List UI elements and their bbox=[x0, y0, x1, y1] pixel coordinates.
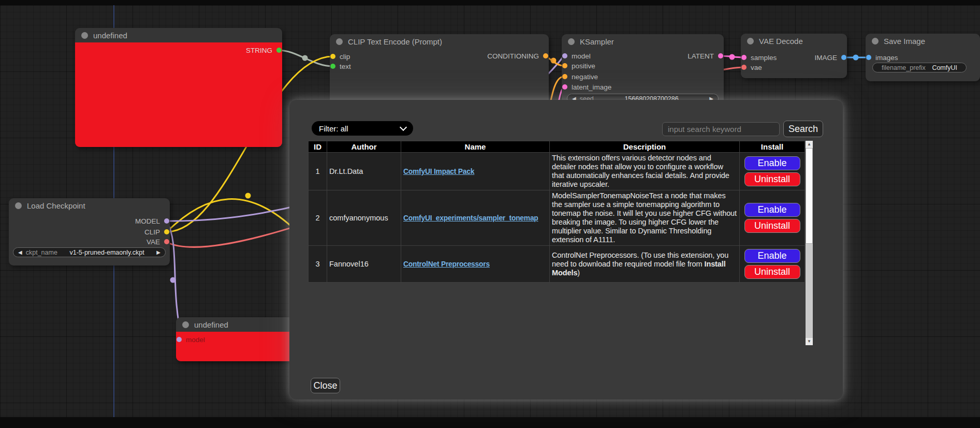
node-clip-text-encode[interactable]: CLIP Text Encode (Prompt) clip text COND… bbox=[330, 34, 549, 107]
output-label: IMAGE bbox=[814, 54, 837, 62]
output-dot-latent[interactable] bbox=[718, 53, 723, 58]
table-row: 2 comfyanonymous ComfyUI_experiments/sam… bbox=[309, 190, 805, 246]
input-dot-positive[interactable] bbox=[562, 63, 567, 68]
ext-author: Fannovel16 bbox=[327, 246, 401, 283]
filename-prefix-widget[interactable]: filename_prefix ComfyUI bbox=[872, 63, 967, 72]
input-dot-negative[interactable] bbox=[562, 74, 567, 79]
input-label: positive bbox=[572, 62, 595, 70]
col-header-install: Install bbox=[740, 141, 805, 153]
table-row: 3 Fannovel16 ControlNet Preprocessors Co… bbox=[309, 246, 805, 283]
decrement-arrow-icon[interactable]: ◀ bbox=[18, 250, 22, 255]
scrollbar[interactable]: ▲ ▼ bbox=[806, 141, 813, 345]
input-label: model bbox=[186, 336, 205, 344]
input-label: clip bbox=[340, 53, 350, 61]
ext-id: 1 bbox=[309, 153, 327, 190]
col-header-id: ID bbox=[309, 141, 327, 153]
node-undefined-bottom[interactable]: undefined model bbox=[176, 317, 295, 361]
output-label: VAE bbox=[147, 238, 160, 246]
enable-button[interactable]: Enable bbox=[744, 249, 800, 263]
node-collapse-dot[interactable] bbox=[568, 38, 575, 45]
input-label: text bbox=[340, 63, 351, 70]
table-row: 1 Dr.Lt.Data ComfyUI Impact Pack This ex… bbox=[309, 153, 805, 190]
node-title: undefined bbox=[93, 31, 127, 40]
node-title: undefined bbox=[194, 320, 228, 329]
output-dot-model[interactable] bbox=[164, 218, 169, 224]
input-dot-vae[interactable] bbox=[741, 65, 747, 70]
output-dot-image[interactable] bbox=[841, 55, 846, 60]
filter-select[interactable]: Filter: all bbox=[312, 121, 413, 136]
node-title: Save Image bbox=[884, 37, 925, 46]
input-dot-text[interactable] bbox=[330, 64, 335, 69]
widget-label: filename_prefix bbox=[882, 64, 926, 71]
node-title: CLIP Text Encode (Prompt) bbox=[348, 37, 442, 46]
node-vae-decode[interactable]: VAE Decode samples vae IMAGE bbox=[741, 34, 847, 78]
output-label: CLIP bbox=[144, 228, 160, 236]
output-label: STRING bbox=[246, 47, 272, 54]
extension-manager-dialog: Filter: all Search ID Author Name Descri… bbox=[289, 100, 843, 400]
output-dot-vae[interactable] bbox=[164, 239, 169, 244]
filter-selected-value: Filter: all bbox=[319, 124, 348, 133]
search-button[interactable]: Search bbox=[783, 121, 823, 137]
col-header-name: Name bbox=[401, 141, 550, 153]
node-title: Load Checkpoint bbox=[27, 201, 85, 210]
node-collapse-dot[interactable] bbox=[81, 32, 88, 39]
input-dot-latent-image[interactable] bbox=[562, 84, 567, 90]
widget-label: ckpt_name bbox=[26, 249, 57, 256]
uninstall-button[interactable]: Uninstall bbox=[744, 172, 800, 186]
widget-value: v1-5-pruned-emaonly.ckpt bbox=[69, 249, 144, 256]
search-input[interactable] bbox=[662, 122, 780, 136]
ext-name-link[interactable]: ComfyUI Impact Pack bbox=[403, 168, 474, 175]
input-dot-images[interactable] bbox=[866, 55, 871, 60]
col-header-author: Author bbox=[327, 141, 401, 153]
increment-arrow-icon[interactable]: ▶ bbox=[156, 250, 160, 255]
input-dot-clip[interactable] bbox=[330, 54, 335, 59]
uninstall-button[interactable]: Uninstall bbox=[744, 265, 800, 279]
node-collapse-dot[interactable] bbox=[872, 38, 879, 45]
node-title: KSampler bbox=[580, 37, 614, 46]
ext-description: This extension offers various detector n… bbox=[550, 153, 740, 190]
node-collapse-dot[interactable] bbox=[336, 38, 343, 45]
ext-id: 2 bbox=[309, 190, 327, 246]
node-load-checkpoint[interactable]: Load Checkpoint MODEL CLIP VAE ◀ ckpt_na… bbox=[9, 198, 170, 265]
widget-value: ComfyUI bbox=[932, 64, 957, 71]
input-label: samples bbox=[751, 54, 777, 62]
chevron-down-icon bbox=[400, 124, 407, 131]
ext-author: comfyanonymous bbox=[327, 190, 401, 246]
bottom-edge bbox=[0, 417, 980, 428]
enable-button[interactable]: Enable bbox=[744, 156, 800, 170]
enable-button[interactable]: Enable bbox=[744, 203, 800, 217]
ext-id: 3 bbox=[309, 246, 327, 283]
uninstall-button[interactable]: Uninstall bbox=[744, 219, 800, 233]
close-button[interactable]: Close bbox=[311, 378, 340, 393]
scrollbar-thumb[interactable] bbox=[806, 148, 813, 244]
input-label: negative bbox=[572, 73, 598, 81]
output-dot-conditioning[interactable] bbox=[543, 53, 548, 58]
output-label: LATENT bbox=[688, 52, 714, 60]
node-collapse-dot[interactable] bbox=[15, 202, 22, 209]
input-label: images bbox=[875, 54, 898, 62]
output-dot-clip[interactable] bbox=[164, 229, 169, 234]
ext-name-link[interactable]: ComfyUI_experiments/sampler_tonemap bbox=[403, 214, 538, 222]
ckpt-name-widget[interactable]: ◀ ckpt_name v1-5-pruned-emaonly.ckpt ▶ bbox=[13, 247, 166, 257]
scroll-up-icon[interactable]: ▲ bbox=[806, 141, 813, 148]
node-collapse-dot[interactable] bbox=[747, 38, 754, 45]
input-dot-samples[interactable] bbox=[741, 55, 747, 60]
node-save-image[interactable]: Save Image images filename_prefix ComfyU… bbox=[866, 34, 980, 81]
node-title: VAE Decode bbox=[759, 37, 803, 46]
node-undefined-top[interactable]: undefined STRING bbox=[75, 28, 282, 147]
output-label: MODEL bbox=[135, 217, 160, 225]
ext-name-link[interactable]: ControlNet Preprocessors bbox=[403, 260, 490, 268]
node-collapse-dot[interactable] bbox=[182, 321, 189, 328]
ext-author: Dr.Lt.Data bbox=[327, 153, 401, 190]
scroll-down-icon[interactable]: ▼ bbox=[806, 338, 813, 345]
comfyui-window: undefined STRING CLIP Text Encode (Promp… bbox=[0, 0, 980, 428]
error-node-body bbox=[75, 42, 282, 147]
node-ksampler[interactable]: KSampler model positive negative latent_… bbox=[562, 34, 724, 106]
input-label: latent_image bbox=[572, 83, 611, 91]
output-label: CONDITIONING bbox=[487, 52, 539, 60]
input-label: vae bbox=[751, 64, 762, 71]
ext-description: ModelSamplerTonemapNoiseTest a node that… bbox=[550, 190, 740, 246]
input-dot-model[interactable] bbox=[562, 53, 567, 58]
output-dot-string[interactable] bbox=[276, 48, 282, 53]
input-dot-model[interactable] bbox=[177, 337, 182, 342]
